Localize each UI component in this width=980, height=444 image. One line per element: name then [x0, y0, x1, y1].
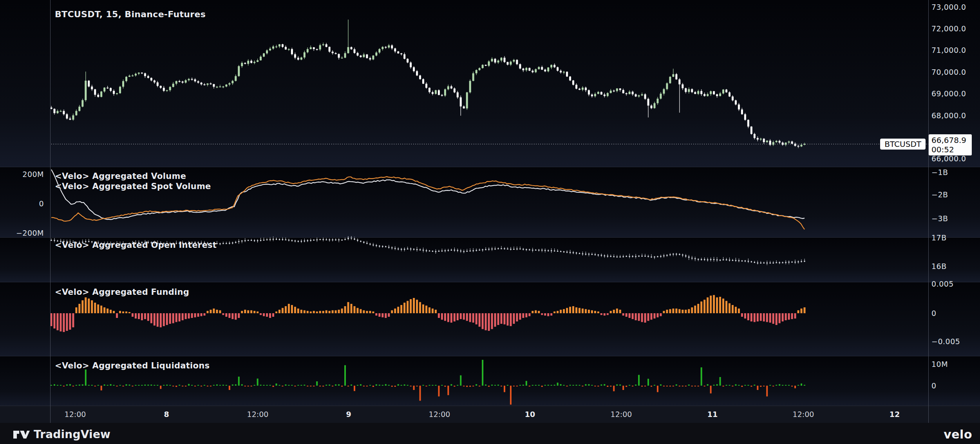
axis-tick: −200M — [16, 229, 44, 237]
axis-tick: 69,000.0 — [931, 89, 966, 98]
axis-tick: 10M — [931, 360, 948, 368]
pane-separator[interactable] — [0, 167, 980, 167]
axis-tick: 17B — [931, 233, 947, 242]
axis-tick: 0 — [931, 381, 937, 390]
axis-tick: −0.005 — [931, 337, 960, 346]
symbol-price-badge: BTCUSDT — [880, 139, 926, 150]
axis-tick: 0 — [931, 309, 937, 318]
price-candles — [51, 20, 806, 148]
axis-tick: 71,000.0 — [931, 46, 966, 54]
liquidations-indicator-label[interactable]: <Velo> Aggregated Liquidations — [55, 361, 210, 370]
axis-tick: 66,000.0 — [931, 154, 966, 163]
axis-tick: −1B — [931, 168, 948, 177]
tradingview-logo-icon — [13, 430, 30, 440]
axis-tick: 72,000.0 — [931, 24, 966, 33]
pane-separator[interactable] — [0, 356, 980, 356]
axis-tick: 16B — [931, 262, 947, 271]
price-axis-border — [928, 0, 929, 423]
axis-tick: 68,000.0 — [931, 111, 966, 120]
right-price-axis[interactable]: 73,000.072,000.071,000.070,000.069,000.0… — [931, 0, 980, 406]
tradingview-logo-text: TradingView — [34, 428, 110, 441]
pane-separator[interactable] — [0, 237, 980, 238]
axis-tick: 0 — [39, 199, 44, 208]
volume-indicator-label[interactable]: <Velo> Aggregated Volume — [55, 171, 186, 181]
funding-bars — [51, 295, 806, 332]
time-axis-border — [0, 406, 980, 406]
chart-window: BTCUSDT, 15, Binance-Futures <Velo> Aggr… — [0, 0, 980, 444]
last-price-value: 66,678.9 — [931, 135, 969, 145]
chart-canvas[interactable] — [0, 0, 980, 423]
axis-tick: 200M — [22, 170, 44, 179]
symbol-title[interactable]: BTCUSDT, 15, Binance-Futures — [55, 9, 206, 19]
bar-countdown: 00:52 — [931, 145, 969, 154]
left-volume-axis[interactable]: 200M0−200M — [0, 0, 47, 406]
axis-tick: 0.005 — [931, 280, 954, 288]
open-interest-indicator-label[interactable]: <Velo> Aggregated Open Interest — [55, 240, 217, 250]
footer-bar — [0, 423, 980, 444]
last-price-flag: 66,678.9 00:52 — [929, 134, 972, 155]
funding-indicator-label[interactable]: <Velo> Aggregated Funding — [55, 287, 189, 297]
axis-tick: −2B — [931, 190, 948, 199]
tradingview-logo[interactable]: TradingView — [13, 428, 110, 441]
axis-tick: 73,000.0 — [931, 3, 966, 11]
pane-separator[interactable] — [0, 282, 980, 282]
plot-left-border — [50, 0, 51, 423]
spot-volume-indicator-label[interactable]: <Velo> Aggregated Spot Volume — [55, 182, 211, 191]
axis-tick: 70,000.0 — [931, 68, 966, 76]
velo-logo: velo — [944, 428, 972, 441]
axis-tick: −3B — [931, 214, 948, 223]
